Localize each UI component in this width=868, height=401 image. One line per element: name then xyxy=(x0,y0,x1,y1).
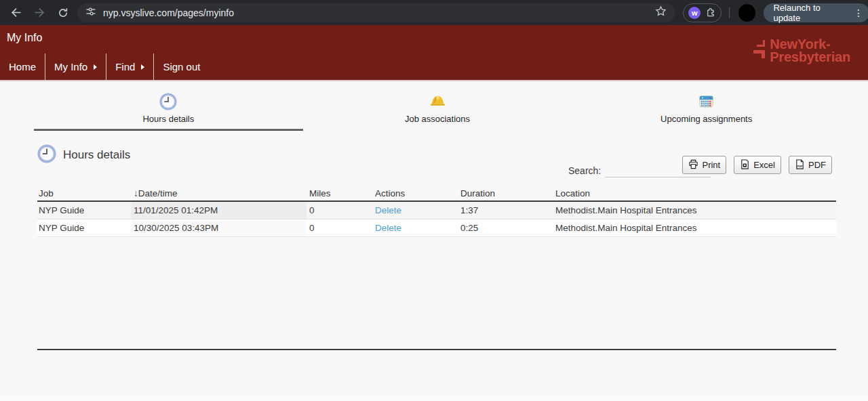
tab-label: Upcoming assignments xyxy=(660,114,752,124)
nav-item-find[interactable]: Find xyxy=(106,54,153,80)
extension-avatar-icon[interactable]: w xyxy=(688,7,701,19)
extensions-group: w xyxy=(683,3,722,22)
cell-actions: Delete xyxy=(372,219,458,236)
cell-job: NYP Guide xyxy=(37,202,131,219)
forward-icon[interactable] xyxy=(31,4,48,22)
nav-item-sign-out[interactable]: Sign out xyxy=(153,54,209,80)
svg-text:PDF: PDF xyxy=(797,165,803,168)
search-label: Search: xyxy=(568,165,601,177)
excel-icon xyxy=(740,159,750,171)
sort-descending-icon: ↓ xyxy=(134,188,138,198)
hours-table: Job ↓Date/time Miles Actions Duration Lo… xyxy=(37,188,836,350)
cell-location: Methodist.Main Hospital Entrances xyxy=(553,202,836,219)
cell-miles: 0 xyxy=(307,219,372,236)
nyp-logo: NewYork- Presbyterian xyxy=(753,38,850,64)
chrome-menu-icon[interactable]: ⋮ xyxy=(854,7,863,18)
page-bottom-strip xyxy=(0,396,868,401)
reload-icon[interactable] xyxy=(54,4,72,22)
tab-job-associations[interactable]: Job associations xyxy=(303,92,572,131)
cell-miles: 0 xyxy=(307,202,372,219)
excel-button[interactable]: Excel xyxy=(734,156,781,174)
address-bar[interactable]: nyp.vsyslive.com/pages/myinfo xyxy=(77,3,675,22)
tab-bar: Hours details Job associations Upcoming … xyxy=(34,92,841,131)
pdf-button[interactable]: PDF PDF xyxy=(789,156,832,174)
back-icon[interactable] xyxy=(7,4,24,22)
column-header-miles[interactable]: Miles xyxy=(307,188,372,198)
delete-link[interactable]: Delete xyxy=(375,223,401,233)
printer-icon xyxy=(688,159,698,171)
clock-icon xyxy=(159,92,177,110)
site-settings-icon[interactable] xyxy=(85,6,96,20)
toolbar-divider xyxy=(729,7,730,18)
browser-nav-buttons xyxy=(7,4,72,22)
column-header-duration[interactable]: Duration xyxy=(458,188,553,198)
cell-actions: Delete xyxy=(372,202,458,219)
section-header: Hours details xyxy=(37,144,130,166)
table-row: NYP Guide 11/01/2025 01:42PM 0 Delete 1:… xyxy=(37,202,836,219)
extensions-puzzle-icon[interactable] xyxy=(705,6,716,20)
column-header-location[interactable]: Location xyxy=(553,188,836,198)
tab-label: Job associations xyxy=(405,114,470,124)
tab-upcoming-assignments[interactable]: Upcoming assignments xyxy=(572,92,841,131)
cell-location: Methodist.Main Hospital Entrances xyxy=(553,219,836,236)
nav-item-my-info[interactable]: My Info xyxy=(45,54,106,80)
table-row: NYP Guide 10/30/2025 03:43PM 0 Delete 0:… xyxy=(37,219,836,237)
page-title: My Info xyxy=(7,32,42,44)
tab-label: Hours details xyxy=(142,114,194,124)
submenu-arrow-icon xyxy=(94,64,97,70)
relaunch-label: Relaunch to update xyxy=(773,3,848,23)
tab-hours-details[interactable]: Hours details xyxy=(34,92,303,131)
cell-datetime: 11/01/2025 01:42PM xyxy=(131,202,307,219)
delete-link[interactable]: Delete xyxy=(375,205,401,215)
site-header: My Info NewYork- Presbyterian Home My In… xyxy=(0,25,868,81)
column-header-actions[interactable]: Actions xyxy=(372,188,458,198)
cell-duration: 1:37 xyxy=(458,202,553,219)
profile-avatar[interactable] xyxy=(738,4,755,22)
browser-toolbar: nyp.vsyslive.com/pages/myinfo w Relaunch… xyxy=(0,0,868,25)
submenu-arrow-icon xyxy=(141,64,144,70)
logo-bracket-icon xyxy=(753,40,765,58)
clock-icon xyxy=(37,144,56,166)
relaunch-button[interactable]: Relaunch to update ⋮ xyxy=(764,3,868,22)
pdf-icon: PDF xyxy=(795,159,805,171)
nav-item-home[interactable]: Home xyxy=(0,54,45,80)
bookmark-star-icon[interactable] xyxy=(655,5,667,20)
cell-duration: 0:25 xyxy=(458,219,553,236)
hardhat-icon xyxy=(429,92,446,110)
column-header-job[interactable]: Job xyxy=(37,188,131,198)
main-nav: Home My Info Find Sign out xyxy=(0,54,209,80)
cell-datetime: 10/30/2025 03:43PM xyxy=(131,219,307,236)
logo-text: NewYork- Presbyterian xyxy=(770,38,850,64)
export-buttons: Print Excel PDF PDF xyxy=(682,156,832,174)
column-header-datetime[interactable]: ↓Date/time xyxy=(131,188,307,198)
calendar-icon xyxy=(698,92,715,110)
section-title: Hours details xyxy=(63,148,130,162)
url-text[interactable]: nyp.vsyslive.com/pages/myinfo xyxy=(103,7,655,18)
print-button[interactable]: Print xyxy=(682,156,726,174)
cell-job: NYP Guide xyxy=(37,219,131,236)
table-header-row: Job ↓Date/time Miles Actions Duration Lo… xyxy=(37,188,836,202)
